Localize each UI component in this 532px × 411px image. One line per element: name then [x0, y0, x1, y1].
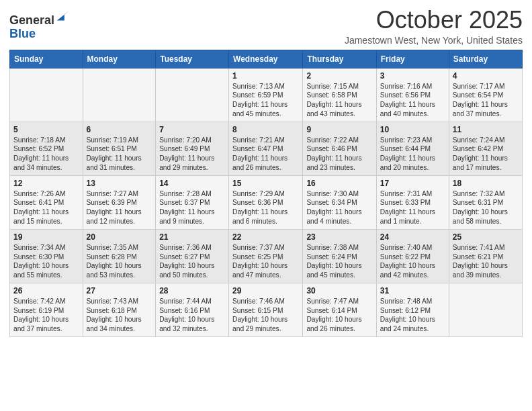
- calendar-day-4: 4Sunrise: 7:17 AMSunset: 6:54 PMDaylight…: [449, 68, 522, 122]
- day-number: 24: [380, 232, 445, 242]
- day-number: 31: [380, 286, 445, 295]
- calendar-day-19: 19Sunrise: 7:34 AMSunset: 6:30 PMDayligh…: [10, 229, 83, 283]
- calendar-day-20: 20Sunrise: 7:35 AMSunset: 6:28 PMDayligh…: [83, 229, 156, 283]
- calendar-empty-cell: [10, 68, 83, 122]
- day-number: 29: [232, 286, 299, 295]
- calendar-day-13: 13Sunrise: 7:27 AMSunset: 6:39 PMDayligh…: [83, 175, 156, 229]
- day-number: 12: [13, 179, 79, 188]
- calendar-week-row: 26Sunrise: 7:42 AMSunset: 6:19 PMDayligh…: [10, 283, 523, 336]
- column-header-thursday: Thursday: [303, 50, 376, 68]
- day-info: Sunrise: 7:24 AMSunset: 6:42 PMDaylight:…: [453, 136, 519, 173]
- day-info: Sunrise: 7:48 AMSunset: 6:12 PMDaylight:…: [380, 297, 445, 334]
- day-info: Sunrise: 7:40 AMSunset: 6:22 PMDaylight:…: [380, 243, 445, 280]
- day-info: Sunrise: 7:27 AMSunset: 6:39 PMDaylight:…: [87, 189, 152, 226]
- calendar-day-30: 30Sunrise: 7:47 AMSunset: 6:14 PMDayligh…: [303, 283, 376, 336]
- day-info: Sunrise: 7:20 AMSunset: 6:49 PMDaylight:…: [159, 136, 225, 173]
- day-number: 20: [87, 232, 152, 242]
- calendar-header-row: SundayMondayTuesdayWednesdayThursdayFrid…: [10, 50, 523, 68]
- day-number: 14: [159, 179, 225, 188]
- day-info: Sunrise: 7:19 AMSunset: 6:51 PMDaylight:…: [87, 136, 152, 173]
- day-info: Sunrise: 7:26 AMSunset: 6:41 PMDaylight:…: [13, 189, 79, 226]
- calendar-day-21: 21Sunrise: 7:36 AMSunset: 6:27 PMDayligh…: [156, 229, 229, 283]
- day-number: 23: [306, 232, 372, 242]
- calendar-day-1: 1Sunrise: 7:13 AMSunset: 6:59 PMDaylight…: [229, 68, 303, 122]
- calendar-day-18: 18Sunrise: 7:32 AMSunset: 6:31 PMDayligh…: [449, 175, 522, 229]
- day-number: 11: [453, 125, 519, 134]
- day-number: 17: [380, 179, 445, 188]
- calendar-day-8: 8Sunrise: 7:21 AMSunset: 6:47 PMDaylight…: [229, 122, 303, 175]
- day-info: Sunrise: 7:17 AMSunset: 6:54 PMDaylight:…: [453, 82, 519, 119]
- day-info: Sunrise: 7:15 AMSunset: 6:58 PMDaylight:…: [306, 82, 372, 119]
- day-info: Sunrise: 7:28 AMSunset: 6:37 PMDaylight:…: [159, 189, 225, 226]
- day-info: Sunrise: 7:46 AMSunset: 6:15 PMDaylight:…: [232, 297, 299, 334]
- calendar-day-17: 17Sunrise: 7:31 AMSunset: 6:33 PMDayligh…: [376, 175, 449, 229]
- day-number: 3: [380, 71, 445, 81]
- logo: General Blue: [9, 9, 71, 41]
- day-info: Sunrise: 7:18 AMSunset: 6:52 PMDaylight:…: [13, 136, 79, 173]
- day-number: 4: [453, 71, 519, 81]
- day-info: Sunrise: 7:44 AMSunset: 6:16 PMDaylight:…: [159, 297, 225, 334]
- calendar-week-row: 5Sunrise: 7:18 AMSunset: 6:52 PMDaylight…: [10, 122, 523, 175]
- day-info: Sunrise: 7:41 AMSunset: 6:21 PMDaylight:…: [453, 243, 519, 280]
- calendar-day-28: 28Sunrise: 7:44 AMSunset: 6:16 PMDayligh…: [156, 283, 229, 336]
- day-number: 10: [380, 125, 445, 134]
- day-info: Sunrise: 7:42 AMSunset: 6:19 PMDaylight:…: [13, 297, 79, 334]
- day-number: 2: [306, 71, 372, 81]
- day-number: 21: [159, 232, 225, 242]
- day-info: Sunrise: 7:36 AMSunset: 6:27 PMDaylight:…: [159, 243, 225, 280]
- calendar-day-12: 12Sunrise: 7:26 AMSunset: 6:41 PMDayligh…: [10, 175, 83, 229]
- day-number: 16: [306, 179, 372, 188]
- logo-general-text: General: [9, 13, 54, 27]
- day-number: 9: [306, 125, 372, 134]
- day-info: Sunrise: 7:31 AMSunset: 6:33 PMDaylight:…: [380, 189, 445, 226]
- day-info: Sunrise: 7:21 AMSunset: 6:47 PMDaylight:…: [232, 136, 299, 173]
- calendar-week-row: 1Sunrise: 7:13 AMSunset: 6:59 PMDaylight…: [10, 68, 523, 122]
- calendar-day-24: 24Sunrise: 7:40 AMSunset: 6:22 PMDayligh…: [376, 229, 449, 283]
- calendar-day-10: 10Sunrise: 7:23 AMSunset: 6:44 PMDayligh…: [376, 122, 449, 175]
- calendar-day-6: 6Sunrise: 7:19 AMSunset: 6:51 PMDaylight…: [83, 122, 156, 175]
- calendar-day-31: 31Sunrise: 7:48 AMSunset: 6:12 PMDayligh…: [376, 283, 449, 336]
- logo-blue-text: Blue: [9, 27, 36, 40]
- title-block: October 2025 Jamestown West, New York, U…: [345, 7, 523, 46]
- day-info: Sunrise: 7:32 AMSunset: 6:31 PMDaylight:…: [453, 189, 519, 226]
- calendar-day-26: 26Sunrise: 7:42 AMSunset: 6:19 PMDayligh…: [10, 283, 83, 336]
- day-number: 15: [232, 179, 299, 188]
- svg-marker-0: [57, 11, 69, 21]
- calendar-day-25: 25Sunrise: 7:41 AMSunset: 6:21 PMDayligh…: [449, 229, 522, 283]
- calendar-day-29: 29Sunrise: 7:46 AMSunset: 6:15 PMDayligh…: [229, 283, 303, 336]
- calendar-table: SundayMondayTuesdayWednesdayThursdayFrid…: [9, 50, 523, 337]
- day-number: 13: [87, 179, 152, 188]
- calendar-empty-cell: [83, 68, 156, 122]
- day-number: 8: [232, 125, 299, 134]
- column-header-wednesday: Wednesday: [229, 50, 303, 68]
- day-number: 30: [306, 286, 372, 295]
- logo-icon: [56, 9, 71, 24]
- day-info: Sunrise: 7:35 AMSunset: 6:28 PMDaylight:…: [87, 243, 152, 280]
- calendar-day-11: 11Sunrise: 7:24 AMSunset: 6:42 PMDayligh…: [449, 122, 522, 175]
- day-number: 28: [159, 286, 225, 295]
- location-subtitle: Jamestown West, New York, United States: [345, 35, 523, 46]
- calendar-day-22: 22Sunrise: 7:37 AMSunset: 6:25 PMDayligh…: [229, 229, 303, 283]
- column-header-tuesday: Tuesday: [156, 50, 229, 68]
- calendar-day-5: 5Sunrise: 7:18 AMSunset: 6:52 PMDaylight…: [10, 122, 83, 175]
- calendar-day-3: 3Sunrise: 7:16 AMSunset: 6:56 PMDaylight…: [376, 68, 449, 122]
- calendar-week-row: 12Sunrise: 7:26 AMSunset: 6:41 PMDayligh…: [10, 175, 523, 229]
- calendar-day-23: 23Sunrise: 7:38 AMSunset: 6:24 PMDayligh…: [303, 229, 376, 283]
- day-info: Sunrise: 7:30 AMSunset: 6:34 PMDaylight:…: [306, 189, 372, 226]
- calendar-week-row: 19Sunrise: 7:34 AMSunset: 6:30 PMDayligh…: [10, 229, 523, 283]
- day-info: Sunrise: 7:23 AMSunset: 6:44 PMDaylight:…: [380, 136, 445, 173]
- page: General Blue October 2025 Jamestown West…: [0, 0, 532, 411]
- day-info: Sunrise: 7:22 AMSunset: 6:46 PMDaylight:…: [306, 136, 372, 173]
- calendar-empty-cell: [156, 68, 229, 122]
- day-number: 27: [87, 286, 152, 295]
- calendar-day-7: 7Sunrise: 7:20 AMSunset: 6:49 PMDaylight…: [156, 122, 229, 175]
- calendar-day-16: 16Sunrise: 7:30 AMSunset: 6:34 PMDayligh…: [303, 175, 376, 229]
- calendar-day-2: 2Sunrise: 7:15 AMSunset: 6:58 PMDaylight…: [303, 68, 376, 122]
- day-number: 1: [232, 71, 299, 81]
- column-header-friday: Friday: [376, 50, 449, 68]
- day-info: Sunrise: 7:13 AMSunset: 6:59 PMDaylight:…: [232, 82, 299, 119]
- calendar-day-15: 15Sunrise: 7:29 AMSunset: 6:36 PMDayligh…: [229, 175, 303, 229]
- day-number: 26: [13, 286, 79, 295]
- calendar-day-27: 27Sunrise: 7:43 AMSunset: 6:18 PMDayligh…: [83, 283, 156, 336]
- month-title: October 2025: [345, 7, 523, 34]
